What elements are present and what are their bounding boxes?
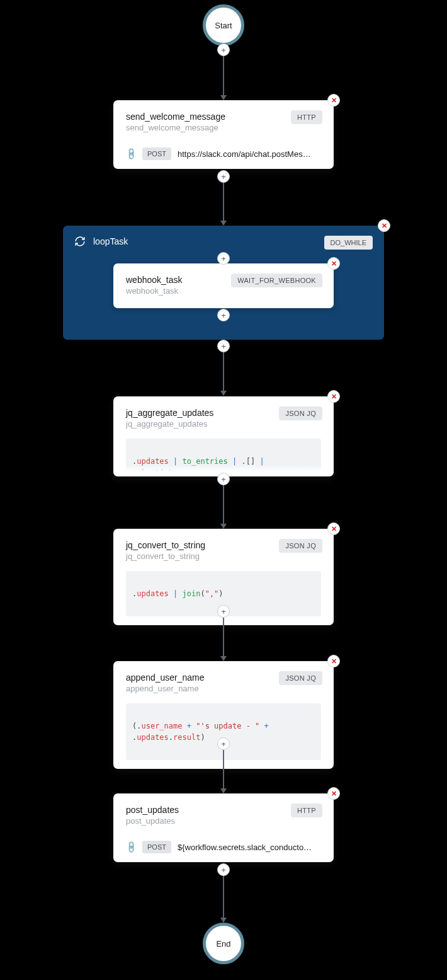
task-type-badge: JSON JQ: [279, 671, 322, 685]
close-icon[interactable]: ✕: [327, 390, 340, 403]
http-method-badge: POST: [142, 147, 171, 160]
jq-expression: .updates | to_entries | .[] | select(.ke…: [126, 439, 321, 471]
edge: [223, 485, 224, 528]
http-details: 🔗 POST ${workflow.secrets.slack_conducto…: [126, 841, 321, 853]
task-type-badge: WAIT_FOR_WEBHOOK: [231, 274, 322, 287]
edge: [223, 876, 224, 922]
close-icon[interactable]: ✕: [327, 522, 340, 535]
loop-type-badge: DO_WHILE: [324, 236, 373, 250]
add-after-task[interactable]: +: [217, 170, 230, 183]
task-type-badge: JSON JQ: [279, 406, 322, 420]
http-method-badge: POST: [142, 841, 171, 853]
add-after-loop[interactable]: +: [217, 340, 230, 352]
add-after-start[interactable]: +: [217, 43, 230, 56]
start-label: Start: [215, 21, 232, 30]
loop-icon: [74, 236, 86, 247]
loop-task-container[interactable]: ✕ loopTask DO_WHILE + ✕ webhook_task web…: [63, 226, 384, 340]
task-type-badge: HTTP: [291, 110, 322, 124]
task-subtitle: webhook_task: [126, 286, 321, 296]
task-type-badge: JSON JQ: [279, 539, 322, 553]
task-webhook[interactable]: ✕ webhook_task webhook_task WAIT_FOR_WEB…: [113, 263, 334, 308]
task-send-welcome-message[interactable]: ✕ send_welcome_message send_welcome_mess…: [113, 100, 334, 169]
close-icon[interactable]: ✕: [327, 94, 340, 107]
task-subtitle: append_user_name: [126, 684, 321, 693]
task-post-updates[interactable]: ✕ post_updates post_updates HTTP 🔗 POST …: [113, 793, 334, 862]
edge: [223, 183, 224, 225]
task-type-badge: HTTP: [291, 804, 322, 817]
edge: [223, 352, 224, 395]
close-icon[interactable]: ✕: [327, 787, 340, 800]
add-loop-end[interactable]: +: [217, 309, 230, 321]
edge: [223, 750, 224, 793]
loop-title: loopTask: [93, 236, 128, 246]
start-node[interactable]: Start: [203, 4, 244, 46]
edge: [223, 618, 224, 660]
http-url: https://slack.com/api/chat.postMes…: [178, 149, 321, 159]
add-after-task[interactable]: +: [217, 473, 230, 485]
add-after-task[interactable]: +: [217, 737, 230, 750]
close-icon[interactable]: ✕: [327, 257, 340, 270]
task-subtitle: post_updates: [126, 816, 321, 826]
close-icon[interactable]: ✕: [378, 219, 390, 232]
http-details: 🔗 POST https://slack.com/api/chat.postMe…: [126, 147, 321, 160]
edge: [223, 56, 224, 100]
http-url: ${workflow.secrets.slack_conducto…: [178, 843, 321, 852]
end-label: End: [216, 939, 230, 948]
end-node[interactable]: End: [203, 923, 244, 964]
add-after-task[interactable]: +: [217, 605, 230, 618]
add-loop-start[interactable]: +: [217, 252, 230, 265]
task-subtitle: send_welcome_message: [126, 123, 321, 132]
add-after-task[interactable]: +: [217, 863, 230, 876]
link-icon: 🔗: [124, 147, 138, 161]
close-icon[interactable]: ✕: [327, 655, 340, 667]
task-subtitle: jq_aggregate_updates: [126, 419, 321, 429]
link-icon: 🔗: [124, 840, 138, 854]
task-jq-aggregate-updates[interactable]: ✕ jq_aggregate_updates jq_aggregate_upda…: [113, 396, 334, 476]
task-subtitle: jq_convert_to_string: [126, 551, 321, 561]
